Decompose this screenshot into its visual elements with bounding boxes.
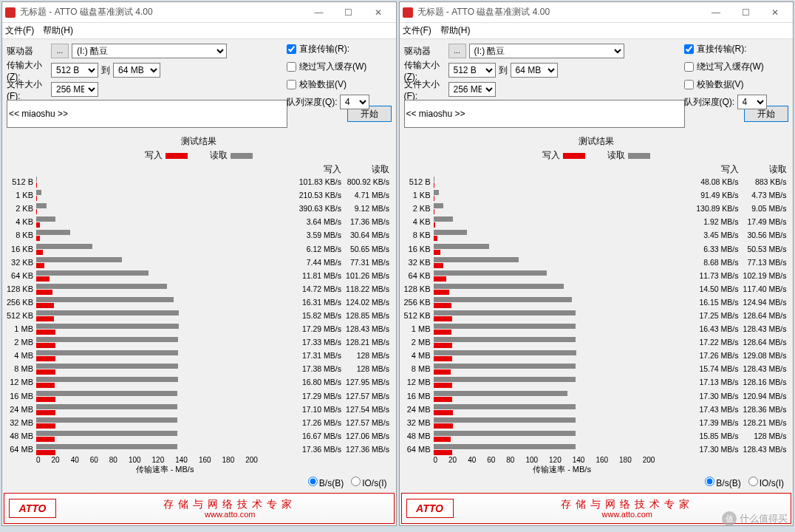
- results-header: 测试结果: [403, 135, 791, 148]
- read-bar: [36, 270, 149, 276]
- verify-checkbox[interactable]: [684, 80, 694, 89]
- write-bar: [434, 316, 453, 321]
- direct-checkbox[interactable]: [287, 44, 296, 54]
- bar-row: 8 MB: [5, 362, 293, 375]
- value-row: 11.73 MB/s102.19 MB/s: [691, 269, 787, 282]
- value-row: 16.15 MB/s124.94 MB/s: [691, 296, 787, 309]
- bar-row: 1 KB: [5, 188, 293, 202]
- minimize-button[interactable]: —: [701, 2, 731, 23]
- bypass-checkbox[interactable]: [287, 62, 296, 72]
- titlebar[interactable]: 无标题 - ATTO 磁盘基准测试 4.00 — ☐ ✕: [2, 2, 396, 23]
- browse-button[interactable]: ...: [51, 44, 69, 58]
- file-size-select[interactable]: 256 MB: [448, 82, 496, 97]
- drive-select[interactable]: (I:) 酷豆: [72, 44, 227, 58]
- close-button[interactable]: ✕: [760, 2, 790, 23]
- write-bar: [36, 316, 54, 321]
- menu-help[interactable]: 帮助(H): [440, 24, 471, 37]
- read-bar: [36, 244, 92, 249]
- file-size-select[interactable]: 256 MB: [51, 82, 98, 97]
- bar-row: 24 MB: [403, 403, 691, 416]
- value-row: 17.31 MB/s128 MB/s: [293, 349, 389, 362]
- menu-file[interactable]: 文件(F): [5, 24, 34, 37]
- bps-radio[interactable]: B/s(B): [308, 477, 344, 488]
- write-bar: [434, 303, 451, 308]
- write-bar: [36, 369, 55, 375]
- app-icon: [5, 7, 16, 18]
- iops-radio[interactable]: IO/s(I): [351, 477, 386, 488]
- bar-row: 64 KB: [403, 269, 691, 282]
- close-button[interactable]: ✕: [364, 2, 393, 23]
- value-row: 11.81 MB/s101.26 MB/s: [293, 269, 389, 282]
- size-from-select[interactable]: 512 B: [448, 63, 496, 78]
- label-verify: 校验数据(V): [299, 78, 347, 91]
- write-bar: [36, 290, 52, 295]
- bar-row: 4 MB: [403, 349, 691, 362]
- bar-row: 16 MB: [403, 389, 691, 403]
- bypass-checkbox[interactable]: [684, 62, 694, 72]
- size-from-select[interactable]: 512 B: [51, 63, 98, 78]
- app-window: 无标题 - ATTO 磁盘基准测试 4.00 — ☐ ✕ 文件(F) 帮助(H)…: [399, 1, 794, 526]
- read-bar: [36, 417, 177, 423]
- drive-select[interactable]: (I:) 酷豆: [469, 44, 624, 58]
- queue-select[interactable]: 4: [340, 95, 369, 109]
- bar-row: 2 MB: [5, 335, 293, 349]
- description-input[interactable]: [7, 100, 287, 128]
- minimize-button[interactable]: —: [304, 2, 334, 23]
- write-bar: [434, 263, 443, 268]
- maximize-button[interactable]: ☐: [334, 2, 364, 23]
- write-bar: [434, 356, 453, 361]
- value-row: 1.92 MB/s17.49 MB/s: [691, 215, 787, 228]
- bar-row: 2 KB: [403, 202, 691, 215]
- value-row: 14.50 MB/s117.40 MB/s: [691, 282, 787, 296]
- write-bar: [36, 263, 44, 268]
- write-bar: [36, 222, 40, 228]
- verify-checkbox[interactable]: [287, 80, 296, 89]
- bar-row: 8 KB: [403, 228, 691, 242]
- value-row: 15.85 MB/s128 MB/s: [691, 429, 787, 443]
- size-to-select[interactable]: 64 MB: [113, 63, 160, 78]
- label-file-size: 文件大小(F):: [7, 78, 51, 101]
- label-drive: 驱动器: [7, 45, 51, 58]
- bar-row: 16 KB: [403, 242, 691, 255]
- read-bar: [36, 404, 177, 409]
- size-to-select[interactable]: 64 MB: [511, 63, 558, 78]
- description-input[interactable]: [404, 100, 685, 128]
- menu-help[interactable]: 帮助(H): [43, 24, 73, 37]
- read-bar: [36, 391, 177, 396]
- value-row: 7.44 MB/s77.31 MB/s: [293, 256, 389, 269]
- read-bar: [434, 417, 576, 423]
- label-queue: 队列深度(Q):: [287, 96, 338, 109]
- value-row: 14.72 MB/s118.22 MB/s: [293, 282, 389, 296]
- value-row: 17.30 MB/s128.43 MB/s: [691, 443, 787, 456]
- bps-radio[interactable]: B/s(B): [705, 477, 740, 488]
- read-bar: [434, 404, 576, 409]
- legend: 写入 读取: [5, 149, 393, 162]
- write-bar: [434, 222, 436, 228]
- menubar: 文件(F) 帮助(H): [400, 23, 794, 39]
- watermark: 值 什么值得买: [722, 511, 788, 526]
- read-bar: [434, 391, 567, 396]
- direct-checkbox[interactable]: [684, 44, 694, 54]
- write-bar: [434, 330, 452, 335]
- browse-button[interactable]: ...: [448, 44, 466, 58]
- atto-logo: ATTO: [9, 499, 56, 518]
- titlebar[interactable]: 无标题 - ATTO 磁盘基准测试 4.00 — ☐ ✕: [400, 2, 794, 23]
- read-bar: [36, 190, 41, 195]
- bar-row: 16 KB: [5, 242, 293, 255]
- write-bar: [434, 423, 453, 429]
- iops-radio[interactable]: IO/s(I): [748, 477, 784, 488]
- read-bar: [434, 230, 468, 235]
- value-row: 17.29 MB/s128.43 MB/s: [293, 322, 389, 335]
- read-bar: [36, 350, 178, 355]
- menu-file[interactable]: 文件(F): [403, 24, 431, 37]
- bar-row: 1 MB: [403, 322, 691, 335]
- queue-select[interactable]: 4: [737, 95, 767, 109]
- maximize-button[interactable]: ☐: [731, 2, 760, 23]
- window-title: 无标题 - ATTO 磁盘基准测试 4.00: [20, 6, 304, 18]
- read-bar: [36, 364, 178, 369]
- value-row: 17.13 MB/s128.16 MB/s: [691, 375, 787, 389]
- read-bar: [434, 270, 547, 276]
- read-bar: [434, 350, 577, 355]
- value-row: 48.08 KB/s883 KB/s: [691, 175, 787, 188]
- read-bar: [434, 337, 576, 342]
